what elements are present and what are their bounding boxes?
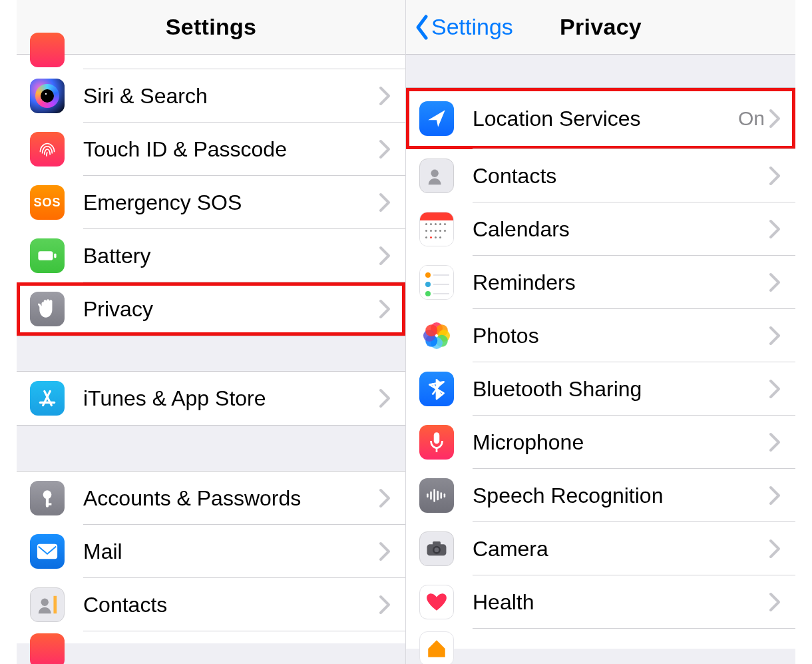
privacy-pane: Settings Privacy Location Services On [406, 0, 795, 664]
contacts-icon [30, 587, 65, 622]
svg-rect-8 [37, 544, 57, 559]
chevron-right-icon [769, 592, 781, 612]
page-title: Privacy [560, 14, 642, 40]
home-icon [419, 631, 454, 664]
mail-icon [30, 534, 65, 569]
row-battery[interactable]: Battery [17, 229, 405, 282]
microphone-icon [419, 425, 454, 460]
row-label: Contacts [473, 164, 769, 188]
row-reminders[interactable]: Reminders [406, 256, 795, 309]
calendar-icon [30, 633, 65, 664]
chevron-right-icon [769, 109, 781, 129]
section-gap [406, 55, 795, 88]
row-sounds[interactable] [17, 55, 405, 69]
row-label: Photos [473, 324, 769, 348]
chevron-right-icon [769, 539, 781, 559]
chevron-right-icon [769, 272, 781, 292]
fingerprint-icon [30, 132, 65, 166]
row-speech[interactable]: Speech Recognition [406, 469, 795, 522]
chevron-right-icon [379, 192, 391, 212]
chevron-right-icon [379, 488, 391, 508]
row-label: Speech Recognition [473, 484, 769, 508]
key-icon [30, 481, 65, 515]
row-mail[interactable]: Mail [17, 525, 405, 578]
reminders-icon [419, 265, 454, 300]
row-label: Calendars [473, 217, 769, 242]
svg-rect-6 [46, 498, 49, 507]
row-accounts[interactable]: Accounts & Passwords [17, 472, 405, 525]
chevron-right-icon [379, 86, 391, 106]
sos-icon: SOS [30, 185, 65, 220]
row-camera[interactable]: Camera [406, 522, 795, 575]
section-gap [17, 336, 405, 372]
chevron-right-icon [379, 139, 391, 159]
svg-point-11 [431, 170, 439, 177]
row-label: Bluetooth Sharing [473, 377, 769, 402]
svg-rect-1 [54, 254, 56, 258]
photos-icon [419, 318, 454, 353]
row-label: Mail [83, 539, 379, 564]
svg-rect-7 [46, 503, 52, 505]
chevron-right-icon [769, 326, 781, 346]
row-peek[interactable] [17, 631, 405, 643]
row-label: Location Services [473, 107, 738, 131]
chevron-right-icon [769, 219, 781, 239]
svg-rect-0 [38, 251, 53, 260]
row-privacy[interactable]: Privacy [17, 282, 405, 336]
chevron-right-icon [379, 541, 391, 561]
row-bluetooth[interactable]: Bluetooth Sharing [406, 362, 795, 416]
row-label: iTunes & App Store [83, 386, 379, 411]
row-label: Reminders [473, 270, 769, 295]
row-sos[interactable]: SOS Emergency SOS [17, 176, 405, 229]
row-label: Health [473, 590, 769, 615]
row-homekit[interactable] [406, 629, 795, 649]
row-contacts[interactable]: Contacts [17, 578, 405, 631]
row-touchid[interactable]: Touch ID & Passcode [17, 123, 405, 176]
row-contacts[interactable]: Contacts [406, 149, 795, 202]
svg-rect-12 [434, 432, 440, 444]
calendar-icon [419, 212, 454, 246]
row-label: Battery [83, 244, 379, 268]
row-location-services[interactable]: Location Services On [406, 88, 795, 149]
settings-group-3: Accounts & Passwords Mail [17, 472, 405, 643]
hand-icon [30, 292, 65, 326]
camera-icon [419, 531, 454, 566]
row-photos[interactable]: Photos [406, 309, 795, 362]
chevron-left-icon [414, 14, 430, 41]
waveform-icon [419, 478, 454, 513]
svg-point-23 [435, 547, 439, 552]
row-microphone[interactable]: Microphone [406, 416, 795, 469]
chevron-right-icon [769, 486, 781, 505]
row-label: Privacy [83, 297, 379, 322]
chevron-right-icon [379, 299, 391, 319]
row-label: Siri & Search [83, 84, 379, 109]
row-label: Camera [473, 537, 769, 561]
svg-rect-21 [433, 541, 441, 546]
sounds-icon [30, 33, 65, 67]
siri-icon [30, 79, 65, 113]
row-label: Microphone [473, 430, 769, 455]
row-siri[interactable]: Siri & Search [17, 69, 405, 123]
row-health[interactable]: Health [406, 575, 795, 629]
chevron-right-icon [769, 432, 781, 452]
chevron-right-icon [379, 595, 391, 615]
chevron-right-icon [379, 246, 391, 266]
chevron-right-icon [769, 379, 781, 399]
heart-icon [419, 585, 454, 619]
page-title: Settings [166, 14, 257, 40]
row-appstore[interactable]: iTunes & App Store [17, 372, 405, 425]
back-button[interactable]: Settings [414, 0, 513, 54]
section-gap [17, 425, 405, 472]
appstore-icon [30, 381, 65, 416]
battery-icon [30, 238, 65, 273]
row-calendars[interactable]: Calendars [406, 202, 795, 256]
back-label: Settings [431, 14, 513, 40]
row-label: Emergency SOS [83, 190, 379, 215]
navbar-privacy: Settings Privacy [406, 0, 795, 55]
contacts-icon [419, 159, 454, 193]
chevron-right-icon [379, 388, 391, 408]
row-label: Touch ID & Passcode [83, 137, 379, 162]
row-label: Accounts & Passwords [83, 486, 379, 511]
row-value: On [738, 107, 765, 130]
settings-group-1: Siri & Search Touch ID & Passcode [17, 55, 405, 336]
